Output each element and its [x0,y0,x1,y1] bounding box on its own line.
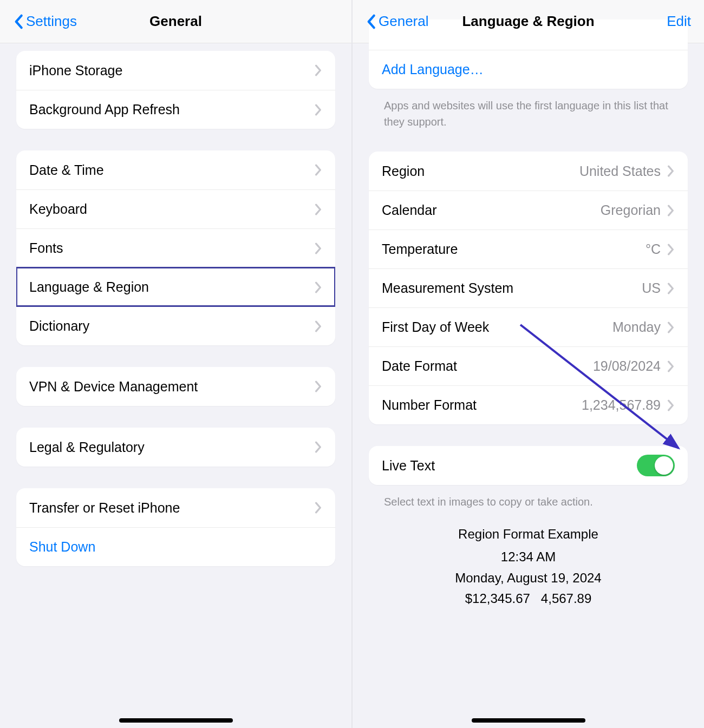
row-first-day-of-week[interactable]: First Day of WeekMonday [369,307,688,346]
row-background-app-refresh[interactable]: Background App Refresh [16,90,335,129]
chevron-right-icon [315,204,322,215]
settings-group: iPhone StorageBackground App Refresh [16,51,335,129]
navbar-general: Settings General [0,0,351,43]
chevron-right-icon [315,164,322,176]
example-time: 12:34 AM [369,547,688,567]
row-calendar[interactable]: CalendarGregorian [369,191,688,229]
row-number-format[interactable]: Number Format1,234,567.89 [369,385,688,424]
row-value: Monday [612,319,661,335]
chevron-left-icon [13,14,24,29]
row-label: Background App Refresh [29,102,315,117]
row-label: Fonts [29,240,315,256]
row-label: iPhone Storage [29,63,315,78]
chevron-right-icon [315,64,322,76]
row-label: VPN & Device Management [29,379,315,395]
chevron-right-icon [667,399,675,411]
row-label: Temperature [382,241,646,257]
live-text-label: Live Text [382,458,637,474]
example-date: Monday, August 19, 2024 [369,568,688,588]
row-label: Calendar [382,202,601,218]
chevron-right-icon [315,104,322,116]
chevron-right-icon [667,165,675,177]
row-value: US [642,280,661,296]
row-label: Transfer or Reset iPhone [29,500,315,516]
right-content: Add Language… Apps and websites will use… [353,43,704,631]
row-region[interactable]: RegionUnited States [369,152,688,191]
add-language-label: Add Language… [382,62,675,77]
settings-group: Transfer or Reset iPhoneShut Down [16,488,335,566]
row-date-time[interactable]: Date & Time [16,150,335,189]
row-label: Dictionary [29,318,315,334]
row-temperature[interactable]: Temperature°C [369,229,688,268]
row-label: Shut Down [29,539,322,555]
home-indicator[interactable] [119,718,233,723]
settings-group: Legal & Regulatory [16,428,335,467]
row-measurement-system[interactable]: Measurement SystemUS [369,268,688,307]
chevron-right-icon [667,360,675,372]
back-label: Settings [26,13,77,30]
live-text-footer-text: Select text in images to copy or take ac… [369,494,688,510]
example-money-number: $12,345.67 4,567.89 [369,588,688,609]
languages-group: Add Language… [369,19,688,89]
page-title-general: General [89,13,263,30]
back-to-settings-button[interactable]: Settings [13,13,77,30]
row-label: Language & Region [29,279,315,295]
language-region-pane: General Language & Region Edit Add Langu… [353,0,704,728]
row-language-region[interactable]: Language & Region [16,267,335,306]
chevron-right-icon [667,205,675,217]
chevron-right-icon [315,381,322,392]
chevron-right-icon [315,320,322,332]
row-value: °C [646,241,661,257]
live-text-row: Live Text [369,446,688,485]
languages-footer-text: Apps and websites will use the first lan… [369,97,688,130]
live-text-group: Live Text [369,446,688,485]
language-row-hidden[interactable] [369,19,688,50]
row-value: Gregorian [601,202,661,218]
chevron-right-icon [315,242,322,254]
row-label: Number Format [382,397,582,413]
home-indicator[interactable] [472,718,585,723]
settings-group: VPN & Device Management [16,367,335,406]
chevron-right-icon [315,502,322,514]
row-date-format[interactable]: Date Format19/08/2024 [369,346,688,385]
row-label: Region [382,163,579,179]
row-label: Keyboard [29,201,315,217]
add-language-row[interactable]: Add Language… [369,50,688,89]
region-settings-group: RegionUnited StatesCalendarGregorianTemp… [369,152,688,424]
example-title: Region Format Example [369,524,688,545]
region-format-example: Region Format Example 12:34 AM Monday, A… [369,524,688,609]
row-value: United States [579,163,661,179]
left-content: iPhone StorageBackground App RefreshDate… [0,43,351,609]
chevron-right-icon [315,281,322,293]
live-text-toggle[interactable] [637,455,675,476]
row-label: First Day of Week [382,319,612,335]
chevron-right-icon [315,441,322,453]
row-iphone-storage[interactable]: iPhone Storage [16,51,335,90]
row-dictionary[interactable]: Dictionary [16,306,335,345]
row-shut-down[interactable]: Shut Down [16,527,335,566]
general-settings-pane: Settings General iPhone StorageBackgroun… [0,0,353,728]
row-value: 19/08/2024 [593,358,661,374]
row-label: Legal & Regulatory [29,440,315,455]
row-vpn-device-management[interactable]: VPN & Device Management [16,367,335,406]
row-fonts[interactable]: Fonts [16,228,335,267]
row-label: Measurement System [382,280,642,296]
chevron-right-icon [667,244,675,255]
chevron-right-icon [667,322,675,333]
chevron-right-icon [667,283,675,294]
settings-group: Date & TimeKeyboardFontsLanguage & Regio… [16,150,335,345]
row-transfer-reset[interactable]: Transfer or Reset iPhone [16,488,335,527]
row-legal-regulatory[interactable]: Legal & Regulatory [16,428,335,467]
row-value: 1,234,567.89 [582,397,661,413]
row-label: Date & Time [29,162,315,178]
row-label: Date Format [382,358,593,374]
row-keyboard[interactable]: Keyboard [16,189,335,228]
